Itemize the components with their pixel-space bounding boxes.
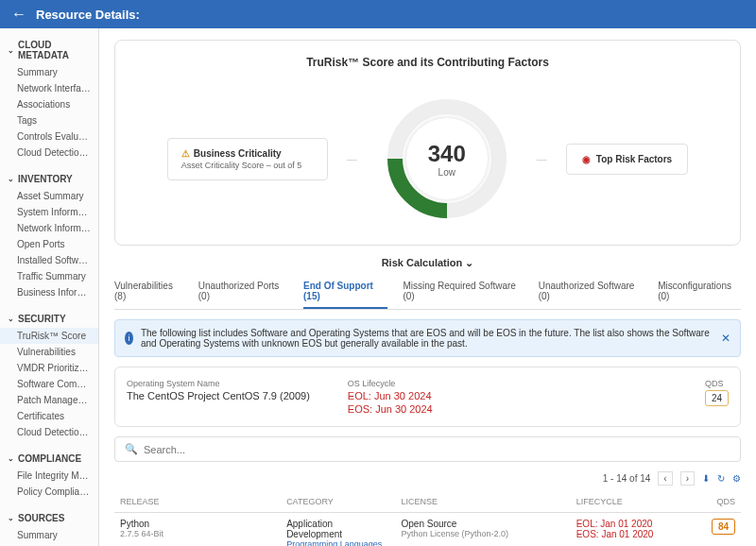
business-criticality-title: ⚠ Business Criticality bbox=[181, 148, 314, 159]
sidebar-item[interactable]: Network Information bbox=[0, 220, 98, 236]
sidebar-item[interactable]: Summary bbox=[0, 527, 98, 543]
tab[interactable]: Unauthorized Ports (0) bbox=[198, 275, 288, 309]
tab[interactable]: Vulnerabilities (8) bbox=[114, 275, 183, 309]
table-body: Python2.7.5 64-BitApplication Developmen… bbox=[114, 513, 741, 547]
sidebar-item[interactable]: Policy Compliance bbox=[0, 484, 98, 500]
prev-page-icon[interactable]: ‹ bbox=[658, 471, 672, 486]
top-risk-factors-box[interactable]: ◉ Top Risk Factors bbox=[566, 144, 688, 175]
trurisk-factors: ⚠ Business Criticality Asset Criticality… bbox=[130, 88, 725, 230]
connector-line: — bbox=[537, 153, 547, 164]
sidebar-item[interactable]: Installed Software bbox=[0, 252, 98, 268]
trurisk-card: TruRisk™ Score and its Contributing Fact… bbox=[114, 40, 741, 246]
sidebar-item[interactable]: Certificates bbox=[0, 408, 98, 424]
sidebar-section-header[interactable]: ⌄SOURCES bbox=[0, 509, 98, 527]
tab[interactable]: Missing Required Software (0) bbox=[403, 275, 523, 309]
table-header[interactable]: LIFECYCLE bbox=[571, 491, 706, 513]
chevron-down-icon: ⌄ bbox=[8, 315, 14, 323]
sidebar-item[interactable]: Cloud Detection and Respon... bbox=[0, 145, 98, 161]
os-eos: EOS: Jun 30 2024 bbox=[348, 403, 433, 415]
pagination-text: 1 - 14 of 14 bbox=[603, 473, 651, 484]
sidebar-item[interactable]: File Integrity Monitoring bbox=[0, 468, 98, 484]
next-page-icon[interactable]: › bbox=[680, 471, 695, 486]
sidebar-section-header[interactable]: ⌄COMPLIANCE bbox=[0, 450, 98, 468]
sidebar-section-header[interactable]: ⌄SECURITY bbox=[0, 310, 98, 328]
chevron-down-icon: ⌄ bbox=[8, 46, 14, 55]
sidebar-item[interactable]: Patch Management bbox=[0, 392, 98, 408]
sidebar-item[interactable]: Software Composition Analy... bbox=[0, 376, 98, 392]
download-icon[interactable]: ⬇ bbox=[702, 473, 710, 484]
tab[interactable]: Unauthorized Software (0) bbox=[539, 275, 643, 309]
sidebar-item[interactable]: Open Ports bbox=[0, 236, 98, 252]
sidebar-item[interactable]: Asset Summary bbox=[0, 188, 98, 204]
sidebar-item[interactable]: System Information bbox=[0, 204, 98, 220]
table-header-row: RELEASECATEGORYLICENSELIFECYCLEQDS bbox=[114, 491, 741, 513]
sidebar-item[interactable]: Summary bbox=[0, 64, 98, 80]
info-banner-text: The following list includes Software and… bbox=[141, 328, 713, 349]
os-name: The CentOS Project CentOS 7.9 (2009) bbox=[127, 390, 310, 401]
table-header[interactable]: CATEGORY bbox=[281, 491, 395, 513]
sidebar-item[interactable]: VMDR Prioritization bbox=[0, 360, 98, 376]
table-header[interactable]: LICENSE bbox=[396, 491, 571, 513]
main-content: TruRisk™ Score and its Contributing Fact… bbox=[99, 28, 756, 546]
sidebar-item[interactable]: Vulnerabilities bbox=[0, 344, 98, 360]
table-row[interactable]: Python2.7.5 64-BitApplication Developmen… bbox=[114, 513, 741, 547]
alert-icon: ◉ bbox=[582, 154, 591, 164]
back-arrow-icon[interactable]: ← bbox=[11, 6, 26, 23]
table-header[interactable]: QDS bbox=[706, 491, 741, 513]
chevron-down-icon: ⌄ bbox=[465, 257, 473, 268]
sidebar-item[interactable]: Traffic Summary bbox=[0, 268, 98, 284]
sidebar-item[interactable]: TruRisk™ Score bbox=[0, 328, 98, 344]
search-input[interactable] bbox=[144, 444, 730, 455]
os-lifecycle-label: OS Lifecycle bbox=[348, 379, 433, 388]
main-layout: ⌄CLOUD METADATASummaryNetwork Interfaces… bbox=[0, 28, 756, 546]
info-banner: i The following list includes Software a… bbox=[114, 319, 741, 357]
gear-icon[interactable]: ⚙ bbox=[732, 473, 741, 484]
trurisk-title: TruRisk™ Score and its Contributing Fact… bbox=[130, 56, 725, 69]
risk-calculation-header[interactable]: Risk Calculation ⌄ bbox=[114, 257, 741, 269]
sidebar: ⌄CLOUD METADATASummaryNetwork Interfaces… bbox=[0, 28, 99, 546]
gauge-score: 340 bbox=[428, 141, 466, 167]
chevron-down-icon: ⌄ bbox=[8, 175, 14, 183]
sidebar-section-header[interactable]: ⌄CLOUD METADATA bbox=[0, 36, 98, 64]
page-title: Resource Details: bbox=[36, 8, 140, 22]
table-toolbar: 1 - 14 of 14 ‹ › ⬇ ↻ ⚙ bbox=[114, 471, 741, 486]
chevron-down-icon: ⌄ bbox=[8, 454, 14, 463]
business-criticality-sub: Asset Criticality Score – out of 5 bbox=[181, 161, 314, 170]
refresh-icon[interactable]: ↻ bbox=[717, 473, 725, 484]
gauge-label: Low bbox=[438, 167, 455, 178]
tab[interactable]: End Of Support (15) bbox=[303, 275, 387, 309]
table-header[interactable]: RELEASE bbox=[114, 491, 281, 513]
gauge: 340 Low bbox=[376, 88, 518, 230]
qds-badge: 24 bbox=[705, 390, 729, 406]
search-icon: 🔍 bbox=[125, 443, 138, 455]
info-icon: i bbox=[125, 332, 133, 345]
sidebar-section-header[interactable]: ⌄INVENTORY bbox=[0, 170, 98, 188]
tabs: Vulnerabilities (8)Unauthorized Ports (0… bbox=[114, 275, 741, 310]
warning-icon: ⚠ bbox=[181, 148, 190, 159]
os-name-label: Operating System Name bbox=[127, 379, 310, 388]
sidebar-item[interactable]: Associations bbox=[0, 96, 98, 112]
qds-value: 84 bbox=[712, 519, 735, 535]
sidebar-item[interactable]: Business Information bbox=[0, 284, 98, 300]
tab[interactable]: Misconfigurations (0) bbox=[658, 275, 741, 309]
os-eol: EOL: Jun 30 2024 bbox=[348, 390, 433, 401]
close-icon[interactable]: ✕ bbox=[721, 332, 730, 345]
sidebar-item[interactable]: Network Interfaces bbox=[0, 80, 98, 96]
connector-line: — bbox=[347, 153, 357, 164]
qds-label: QDS bbox=[705, 379, 729, 388]
sidebar-item[interactable]: Cloud Detection and Respon... bbox=[0, 424, 98, 440]
business-criticality-box[interactable]: ⚠ Business Criticality Asset Criticality… bbox=[167, 138, 328, 180]
sidebar-item[interactable]: Tags bbox=[0, 112, 98, 128]
search-box[interactable]: 🔍 bbox=[114, 436, 741, 462]
os-card: Operating System Name The CentOS Project… bbox=[114, 367, 741, 427]
chevron-down-icon: ⌄ bbox=[8, 514, 14, 522]
sidebar-item[interactable]: Controls Evaluated bbox=[0, 128, 98, 145]
releases-table: RELEASECATEGORYLICENSELIFECYCLEQDS Pytho… bbox=[114, 491, 741, 546]
header-bar: ← Resource Details: bbox=[0, 0, 756, 28]
